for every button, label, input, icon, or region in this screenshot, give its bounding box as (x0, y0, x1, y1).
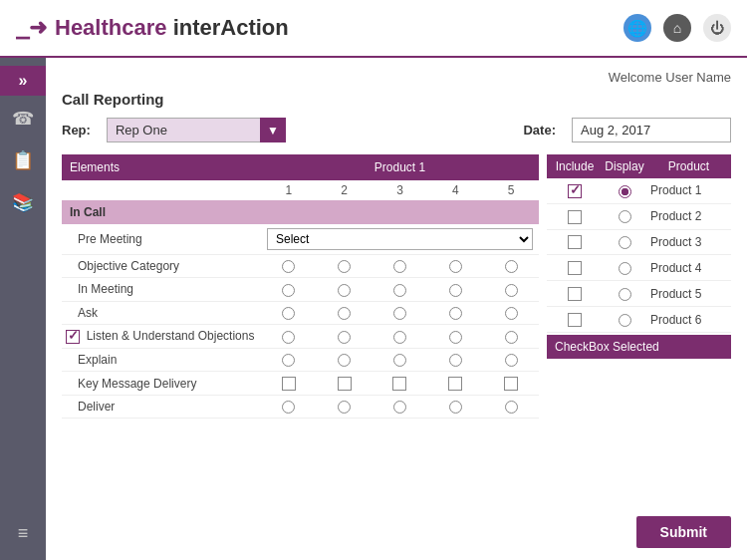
radio-cell[interactable] (261, 301, 317, 324)
radio-icon[interactable] (282, 307, 295, 320)
product-include-1[interactable] (551, 183, 599, 198)
key-message-checkbox-5[interactable] (504, 377, 518, 391)
radio-cell[interactable] (261, 255, 317, 278)
include-checkbox-6[interactable] (568, 313, 582, 327)
product-display-4[interactable] (599, 261, 650, 275)
include-checkbox-4[interactable] (568, 261, 582, 275)
radio-cell[interactable] (483, 255, 539, 278)
display-radio-4[interactable] (619, 262, 631, 275)
date-input[interactable]: Aug 2, 2017 (572, 118, 731, 142)
radio-cell[interactable] (261, 324, 317, 348)
power-icon[interactable]: ⏻ (703, 14, 731, 42)
radio-icon[interactable] (449, 401, 462, 414)
radio-icon[interactable] (449, 331, 462, 344)
radio-cell[interactable] (427, 255, 483, 278)
radio-icon[interactable] (338, 401, 351, 414)
radio-icon[interactable] (393, 284, 406, 297)
key-message-checkbox-2[interactable] (338, 377, 352, 391)
radio-icon[interactable] (449, 307, 462, 320)
radio-cell[interactable] (427, 301, 483, 324)
product-include-3[interactable] (551, 235, 599, 250)
radio-icon[interactable] (338, 354, 351, 367)
product-include-6[interactable] (551, 312, 599, 327)
checkbox-cell[interactable] (317, 372, 373, 396)
sidebar-item-calls[interactable]: ☎ (0, 100, 46, 138)
radio-cell[interactable] (317, 348, 373, 371)
radio-cell[interactable] (483, 301, 539, 324)
radio-icon[interactable] (282, 401, 295, 414)
home-icon[interactable]: ⌂ (663, 14, 691, 42)
radio-icon[interactable] (449, 260, 462, 273)
display-radio-2[interactable] (619, 210, 631, 223)
display-radio-5[interactable] (619, 288, 631, 301)
checkbox-cell[interactable] (373, 372, 428, 396)
radio-icon[interactable] (282, 284, 295, 297)
radio-icon[interactable] (393, 307, 406, 320)
radio-icon[interactable] (505, 260, 518, 273)
radio-cell[interactable] (317, 278, 373, 301)
radio-icon[interactable] (393, 354, 406, 367)
radio-icon[interactable] (505, 401, 518, 414)
language-icon[interactable]: 🌐 (623, 14, 651, 42)
radio-cell[interactable] (317, 324, 373, 348)
radio-icon[interactable] (338, 284, 351, 297)
key-message-checkbox-1[interactable] (282, 377, 296, 391)
key-message-checkbox-4[interactable] (448, 377, 462, 391)
display-radio-1[interactable] (619, 185, 631, 198)
radio-cell[interactable] (261, 395, 317, 418)
row-checkbox-listen[interactable] (66, 330, 80, 344)
product-display-3[interactable] (599, 235, 650, 249)
product-include-4[interactable] (551, 260, 599, 275)
radio-cell[interactable] (373, 255, 428, 278)
checkbox-cell[interactable] (261, 372, 317, 396)
radio-cell[interactable] (483, 348, 539, 371)
sidebar-toggle[interactable]: » (0, 66, 46, 96)
sidebar-item-menu[interactable]: ≡ (0, 515, 46, 552)
radio-cell[interactable] (373, 348, 428, 371)
radio-icon[interactable] (393, 331, 406, 344)
display-radio-3[interactable] (619, 236, 631, 249)
radio-icon[interactable] (393, 401, 406, 414)
product-display-6[interactable] (599, 312, 650, 326)
radio-icon[interactable] (338, 307, 351, 320)
radio-cell[interactable] (427, 324, 483, 348)
product-include-2[interactable] (551, 209, 599, 224)
radio-icon[interactable] (505, 307, 518, 320)
product-include-5[interactable] (551, 286, 599, 301)
radio-cell[interactable] (317, 395, 373, 418)
product-display-2[interactable] (599, 209, 650, 223)
radio-cell[interactable] (373, 395, 428, 418)
radio-cell[interactable] (373, 301, 428, 324)
include-checkbox-2[interactable] (568, 210, 582, 224)
radio-icon[interactable] (282, 260, 295, 273)
radio-cell[interactable] (427, 348, 483, 371)
display-radio-6[interactable] (619, 314, 631, 327)
radio-cell[interactable] (373, 278, 428, 301)
radio-cell[interactable] (317, 301, 373, 324)
radio-cell[interactable] (317, 255, 373, 278)
checkbox-cell[interactable] (427, 372, 483, 396)
radio-icon[interactable] (393, 260, 406, 273)
rep-select[interactable]: Rep One (107, 118, 286, 142)
radio-cell[interactable] (483, 324, 539, 348)
sidebar-item-reports[interactable]: 📋 (0, 141, 46, 179)
key-message-checkbox-3[interactable] (392, 377, 406, 391)
radio-cell[interactable] (483, 395, 539, 418)
product-display-1[interactable] (599, 183, 650, 197)
radio-icon[interactable] (505, 284, 518, 297)
include-checkbox-3[interactable] (568, 235, 582, 249)
sidebar-item-library[interactable]: 📚 (0, 183, 46, 221)
radio-icon[interactable] (338, 260, 351, 273)
pre-meeting-select[interactable]: Select (267, 228, 533, 250)
radio-cell[interactable] (427, 278, 483, 301)
radio-cell[interactable] (261, 348, 317, 371)
radio-cell[interactable] (483, 278, 539, 301)
radio-icon[interactable] (282, 331, 295, 344)
radio-icon[interactable] (449, 354, 462, 367)
radio-cell[interactable] (427, 395, 483, 418)
product-display-5[interactable] (599, 287, 650, 301)
radio-icon[interactable] (338, 331, 351, 344)
checkbox-cell[interactable] (483, 372, 539, 396)
include-checkbox-1[interactable] (568, 184, 582, 198)
radio-cell[interactable] (261, 278, 317, 301)
